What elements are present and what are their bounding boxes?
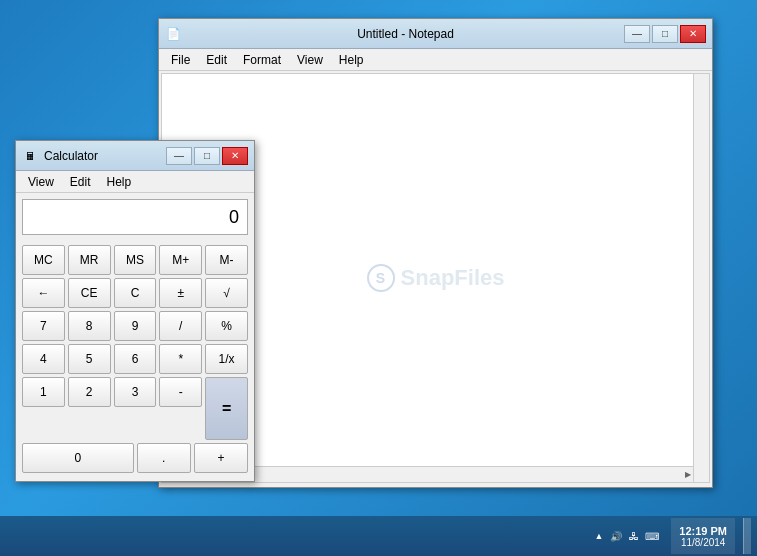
calculator-window[interactable]: 🖩 Calculator — □ ✕ View Edit Help 0 MC M… [15,140,255,482]
calculator-menu-help[interactable]: Help [98,173,139,191]
calculator-row5: 0 . + [22,443,248,473]
notepad-menu-file[interactable]: File [163,51,198,69]
calc-btn-mminus[interactable]: M- [205,245,248,275]
calc-btn-sqrt[interactable]: √ [205,278,248,308]
watermark: S SnapFiles [367,264,505,292]
scroll-right-arrow: ▶ [685,470,691,479]
calc-btn-decimal[interactable]: . [137,443,191,473]
calc-btn-mr[interactable]: MR [68,245,111,275]
notepad-minimize-button[interactable]: — [624,25,650,43]
notepad-app-icon: 📄 [165,26,181,42]
calc-btn-percent[interactable]: % [205,311,248,341]
calc-btn-reciprocal[interactable]: 1/x [205,344,248,374]
notepad-menu-view[interactable]: View [289,51,331,69]
clock-time: 12:19 PM [679,525,727,537]
calculator-row4: 1 2 3 - = [22,377,248,440]
calculator-row1: ← CE C ± √ [22,278,248,308]
calculator-menubar: View Edit Help [16,171,254,193]
notepad-menu-edit[interactable]: Edit [198,51,235,69]
calc-btn-4[interactable]: 4 [22,344,65,374]
notepad-title: Untitled - Notepad [187,27,624,41]
calc-btn-subtract[interactable]: - [159,377,202,407]
calculator-app-icon: 🖩 [22,148,38,164]
notepad-menu-format[interactable]: Format [235,51,289,69]
calculator-menu-edit[interactable]: Edit [62,173,99,191]
notepad-titlebar: 📄 Untitled - Notepad — □ ✕ [159,19,712,49]
calc-btn-ce[interactable]: CE [68,278,111,308]
notepad-menubar: File Edit Format View Help [159,49,712,71]
calculator-title: Calculator [44,149,166,163]
calculator-window-controls: — □ ✕ [166,147,248,165]
watermark-icon: S [367,264,395,292]
show-desktop-button[interactable] [743,518,751,554]
notepad-scrollbar-vertical[interactable] [693,74,709,482]
calc-btn-mplus[interactable]: M+ [159,245,202,275]
tray-network-icon[interactable]: 🖧 [627,529,641,543]
notepad-menu-help[interactable]: Help [331,51,372,69]
calculator-menu-view[interactable]: View [20,173,62,191]
notepad-maximize-button[interactable]: □ [652,25,678,43]
taskbar-right: ▲ 🔊 🖧 ⌨ 12:19 PM 11/8/2014 [586,516,751,556]
calc-btn-8[interactable]: 8 [68,311,111,341]
calculator-close-button[interactable]: ✕ [222,147,248,165]
calc-btn-0[interactable]: 0 [22,443,134,473]
clock-date: 11/8/2014 [681,537,726,548]
calc-btn-6[interactable]: 6 [114,344,157,374]
calc-btn-ms[interactable]: MS [114,245,157,275]
calc-btn-7[interactable]: 7 [22,311,65,341]
calculator-minimize-button[interactable]: — [166,147,192,165]
system-tray: ▲ 🔊 🖧 ⌨ [586,516,665,556]
calc-btn-2[interactable]: 2 [68,377,111,407]
calc-btn-divide[interactable]: / [159,311,202,341]
calc-btn-multiply[interactable]: * [159,344,202,374]
calc-btn-c[interactable]: C [114,278,157,308]
tray-keyboard-icon[interactable]: ⌨ [645,529,659,543]
notepad-window-controls: — □ ✕ [624,25,706,43]
calc-btn-equals[interactable]: = [205,377,248,440]
calculator-row3: 4 5 6 * 1/x [22,344,248,374]
notepad-close-button[interactable]: ✕ [680,25,706,43]
calc-btn-9[interactable]: 9 [114,311,157,341]
tray-expand-icon[interactable]: ▲ [592,529,605,543]
calculator-row2: 7 8 9 / % [22,311,248,341]
calculator-display: 0 [22,199,248,235]
tray-speaker-icon[interactable]: 🔊 [609,529,623,543]
calc-btn-add[interactable]: + [194,443,248,473]
calc-btn-plusminus[interactable]: ± [159,278,202,308]
calculator-display-value: 0 [229,207,239,228]
calc-btn-3[interactable]: 3 [114,377,157,407]
calc-btn-1[interactable]: 1 [22,377,65,407]
calc-btn-backspace[interactable]: ← [22,278,65,308]
watermark-text: SnapFiles [401,265,505,291]
calculator-keypad: MC MR MS M+ M- ← CE C ± √ 7 8 9 / % 4 5 … [16,241,254,481]
calc-btn-mc[interactable]: MC [22,245,65,275]
calc-btn-5[interactable]: 5 [68,344,111,374]
clock[interactable]: 12:19 PM 11/8/2014 [671,518,735,554]
calculator-titlebar: 🖩 Calculator — □ ✕ [16,141,254,171]
calculator-memory-row: MC MR MS M+ M- [22,245,248,275]
taskbar: ▲ 🔊 🖧 ⌨ 12:19 PM 11/8/2014 [0,516,757,556]
calculator-maximize-button[interactable]: □ [194,147,220,165]
